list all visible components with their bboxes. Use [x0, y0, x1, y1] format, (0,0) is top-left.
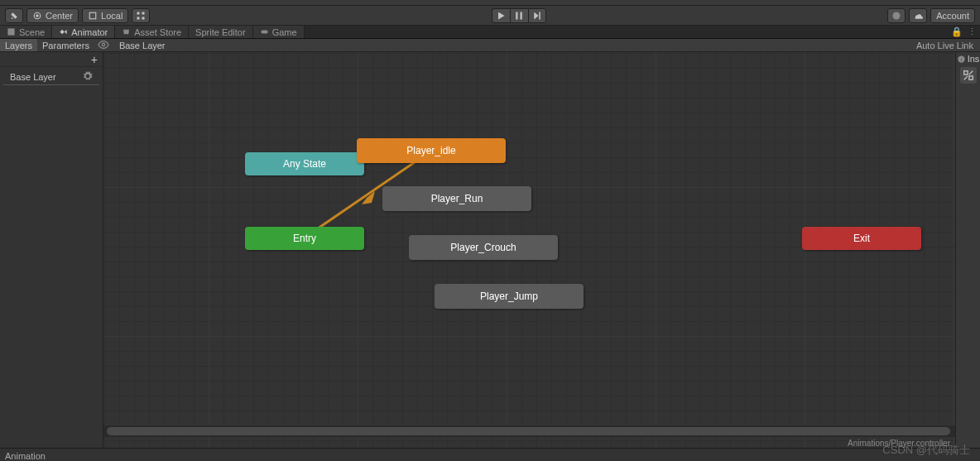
- svg-point-1: [36, 14, 38, 16]
- tab-animator-label: Animator: [71, 27, 108, 37]
- node-player-run[interactable]: Player_Run: [382, 186, 531, 211]
- status-bar-text: Animation: [5, 451, 46, 461]
- node-exit[interactable]: Exit: [802, 227, 921, 250]
- tab-sprite-editor[interactable]: Sprite Editor: [189, 26, 253, 38]
- gear-icon[interactable]: [83, 71, 93, 83]
- status-bar: Animation: [0, 448, 980, 461]
- svg-rect-12: [261, 30, 267, 33]
- layers-header: +: [0, 52, 103, 67]
- scroll-thumb[interactable]: [107, 427, 950, 435]
- breadcrumb[interactable]: Base Layer: [113, 41, 172, 50]
- svg-rect-19: [968, 76, 972, 79]
- tab-asset-store[interactable]: Asset Store: [115, 26, 189, 38]
- center-button[interactable]: Center: [26, 8, 79, 23]
- lock-icon[interactable]: 🔒: [951, 26, 963, 37]
- account-label: Account: [936, 11, 969, 21]
- svg-rect-7: [516, 12, 518, 19]
- svg-rect-2: [89, 12, 96, 19]
- main-toolbar: Center Local Account: [0, 6, 980, 26]
- horizontal-scrollbar[interactable]: [103, 425, 955, 437]
- node-player-crouch-label: Player_Crouch: [450, 242, 516, 253]
- add-layer-button[interactable]: +: [91, 53, 98, 66]
- hand-tool-button[interactable]: [5, 8, 23, 23]
- svg-rect-5: [137, 17, 140, 19]
- snap-button[interactable]: [132, 8, 150, 23]
- tabs-bar: Scene Animator Asset Store Sprite Editor…: [0, 26, 980, 39]
- eye-icon[interactable]: [94, 39, 113, 52]
- play-button[interactable]: [492, 8, 510, 23]
- graph-footer-path: Animations/Player.controller: [848, 439, 950, 448]
- svg-rect-18: [963, 71, 967, 74]
- tab-scene[interactable]: Scene: [0, 26, 52, 38]
- layer-item-label: Base Layer: [10, 72, 56, 82]
- svg-point-13: [102, 43, 105, 46]
- node-player-idle[interactable]: Player_idle: [357, 138, 506, 163]
- svg-rect-6: [142, 17, 145, 19]
- svg-rect-4: [142, 12, 145, 14]
- svg-rect-9: [539, 12, 540, 19]
- svg-rect-11: [7, 28, 14, 35]
- main-area: + Base Layer Any State Entry Player_idle…: [0, 52, 980, 448]
- layer-item-base[interactable]: Base Layer: [3, 69, 99, 85]
- tab-sprite-editor-label: Sprite Editor: [195, 27, 246, 37]
- inspector-strip: i Ins: [955, 52, 980, 448]
- account-button[interactable]: Account: [930, 8, 975, 23]
- center-label: Center: [46, 11, 73, 21]
- tab-game-label: Game: [272, 27, 297, 37]
- tab-asset-store-label: Asset Store: [134, 27, 181, 37]
- step-button[interactable]: [528, 8, 546, 23]
- node-player-crouch[interactable]: Player_Crouch: [409, 235, 558, 260]
- svg-rect-3: [137, 12, 140, 14]
- svg-point-10: [893, 12, 901, 19]
- node-player-run-label: Player_Run: [431, 193, 483, 204]
- layers-panel: + Base Layer: [0, 52, 103, 448]
- tab-scene-label: Scene: [19, 27, 45, 37]
- inspector-label-text: Ins: [968, 54, 980, 64]
- menu-bar: [0, 0, 980, 6]
- node-player-jump[interactable]: Player_Jump: [435, 284, 584, 309]
- inspector-tab[interactable]: i Ins: [957, 54, 980, 64]
- node-player-idle-label: Player_idle: [406, 145, 455, 156]
- svg-rect-8: [521, 12, 522, 19]
- expand-icon[interactable]: [960, 67, 977, 84]
- cloud-button[interactable]: [909, 8, 927, 23]
- node-any-state[interactable]: Any State: [245, 152, 364, 175]
- node-any-state-label: Any State: [283, 158, 326, 170]
- layers-tab[interactable]: Layers: [0, 39, 37, 51]
- context-menu-icon[interactable]: ⋮: [968, 26, 977, 37]
- pause-button[interactable]: [510, 8, 528, 23]
- graph-area[interactable]: Any State Entry Player_idle Player_Run P…: [103, 52, 955, 448]
- local-button[interactable]: Local: [82, 8, 128, 23]
- node-exit-label: Exit: [853, 233, 870, 244]
- parameters-tab[interactable]: Parameters: [37, 39, 94, 51]
- local-label: Local: [101, 11, 122, 21]
- tab-animator[interactable]: Animator: [52, 26, 115, 38]
- svg-text:i: i: [960, 55, 961, 61]
- animator-subheader: Layers Parameters Base Layer Auto Live L…: [0, 39, 980, 52]
- auto-live-link[interactable]: Auto Live Link: [916, 41, 980, 50]
- play-controls: [492, 8, 546, 23]
- node-player-jump-label: Player_Jump: [480, 291, 538, 302]
- tab-game[interactable]: Game: [253, 26, 305, 38]
- collab-button[interactable]: [887, 8, 906, 23]
- node-entry[interactable]: Entry: [245, 227, 364, 250]
- node-entry-label: Entry: [293, 233, 316, 244]
